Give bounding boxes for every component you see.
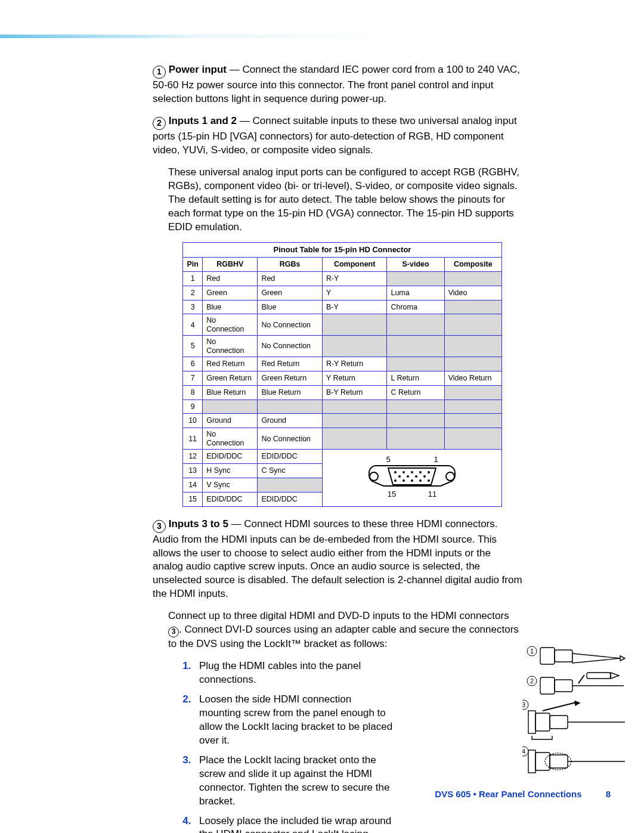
svg-point-6	[411, 471, 413, 473]
table-cell: No Connection	[203, 336, 258, 357]
pin-cell: 9	[183, 400, 203, 414]
svg-rect-23	[555, 680, 572, 692]
svg-text:15: 15	[388, 490, 396, 498]
table-cell: No Connection	[258, 336, 323, 357]
table-cell	[258, 400, 323, 414]
table-cell	[444, 300, 501, 314]
svg-rect-24	[587, 673, 611, 679]
table-cell: Blue	[203, 300, 258, 314]
callout-1: 1 Power input — Connect the standard IEC…	[153, 63, 522, 106]
table-cell	[258, 478, 323, 492]
table-row: 10GroundGround	[183, 414, 502, 428]
svg-text:1: 1	[530, 648, 534, 655]
table-cell: R-Y Return	[322, 357, 387, 371]
svg-text:1: 1	[434, 455, 438, 464]
table-cell: Green Return	[203, 371, 258, 385]
svg-point-12	[423, 475, 426, 478]
hdr-composite: Composite	[444, 257, 501, 271]
pinout-table: Pinout Table for 15-pin HD Connector Pin…	[182, 242, 502, 506]
svg-text:4: 4	[522, 748, 525, 755]
callout-1-title: Power input	[169, 64, 227, 75]
svg-rect-25	[528, 711, 535, 733]
table-cell: Green	[258, 286, 323, 300]
page-footer: DVS 605 • Rear Panel Connections 8	[435, 788, 611, 800]
table-cell	[387, 336, 444, 357]
table-row: 1RedRedR-Y	[183, 271, 502, 286]
table-cell: Red	[258, 271, 323, 286]
table-row: 2GreenGreenYLumaVideo	[183, 286, 502, 300]
hdr-component: Component	[322, 257, 387, 271]
table-cell: Blue Return	[203, 385, 258, 400]
table-cell	[322, 400, 387, 414]
footer-section: DVS 605 • Rear Panel Connections	[435, 789, 581, 799]
step-2: Loosen the side HDMI connection mounting…	[197, 693, 395, 748]
table-cell	[322, 336, 387, 357]
table-cell	[444, 400, 501, 414]
svg-point-3	[446, 472, 454, 481]
table-cell: EDID/DDC	[203, 492, 258, 506]
callout-2: 2 Inputs 1 and 2 — Connect suitable inpu…	[153, 114, 522, 157]
table-cell	[444, 271, 501, 286]
table-cell: V Sync	[203, 478, 258, 492]
table-cell: Video	[444, 286, 501, 300]
pin-cell: 4	[183, 314, 203, 336]
callout-3-extra-a: Connect up to three digital HDMI and DVD…	[168, 610, 509, 621]
pin-cell: 6	[183, 357, 203, 371]
svg-rect-31	[550, 755, 568, 768]
table-cell	[387, 400, 444, 414]
table-cell	[387, 428, 444, 450]
page-top-stripe	[0, 35, 644, 38]
table-cell: C Return	[387, 385, 444, 400]
svg-rect-29	[528, 750, 535, 773]
step-3: Place the LockIt lacing bracket onto the…	[197, 754, 395, 809]
pin-cell: 11	[183, 428, 203, 450]
svg-point-9	[398, 475, 401, 478]
lockit-diagram: 1 2 3 4	[522, 643, 627, 784]
pin-cell: 13	[183, 463, 203, 478]
pin-cell: 15	[183, 492, 203, 506]
svg-point-15	[411, 479, 413, 482]
pin-cell: 10	[183, 414, 203, 428]
callout-1-num: 1	[153, 66, 166, 79]
hdr-rgbs: RGBs	[258, 257, 323, 271]
table-row: 6Red ReturnRed ReturnR-Y Return	[183, 357, 502, 371]
pin-cell: 8	[183, 385, 203, 400]
pinout-table-wrap: Pinout Table for 15-pin HD Connector Pin…	[153, 242, 522, 506]
table-cell: Luma	[387, 286, 444, 300]
table-cell: Y	[322, 286, 387, 300]
svg-point-2	[370, 472, 378, 481]
footer-page: 8	[606, 789, 611, 799]
table-cell	[203, 400, 258, 414]
callout-2-extra: These universal analog input ports can b…	[153, 166, 522, 234]
callout-3-extra-b: . Connect DVI-D sources using an adapter…	[168, 624, 519, 649]
table-cell: Red	[203, 271, 258, 286]
pin-cell: 1	[183, 271, 203, 286]
callout-3-title: Inputs 3 to 5	[169, 518, 228, 529]
svg-point-14	[402, 479, 405, 482]
table-cell	[322, 314, 387, 336]
pinout-title: Pinout Table for 15-pin HD Connector	[183, 243, 502, 258]
table-row: 3BlueBlueB-YChroma	[183, 300, 502, 314]
table-cell: Green Return	[258, 371, 323, 385]
hd-connector-diagram: 5 1 15 11	[322, 450, 501, 507]
svg-point-7	[419, 471, 422, 473]
table-cell: Blue	[258, 300, 323, 314]
callout-2-num: 2	[153, 117, 166, 130]
table-cell	[387, 414, 444, 428]
table-cell: Green	[203, 286, 258, 300]
table-cell	[444, 428, 501, 450]
svg-point-16	[419, 479, 422, 482]
svg-text:5: 5	[386, 455, 390, 464]
table-cell	[444, 357, 501, 371]
svg-rect-21	[555, 650, 572, 662]
pin-cell: 3	[183, 300, 203, 314]
table-row: 9	[183, 400, 502, 414]
table-cell: B-Y	[322, 300, 387, 314]
table-row: 11No ConnectionNo Connection	[183, 428, 502, 450]
table-cell: Red Return	[203, 357, 258, 371]
table-cell	[444, 385, 501, 400]
table-cell: EDID/DDC	[258, 492, 323, 506]
step-4: Loosely place the included tie wrap arou…	[197, 815, 395, 833]
table-row: 5No ConnectionNo Connection	[183, 336, 502, 357]
table-row: 7Green ReturnGreen ReturnY ReturnL Retur…	[183, 371, 502, 385]
